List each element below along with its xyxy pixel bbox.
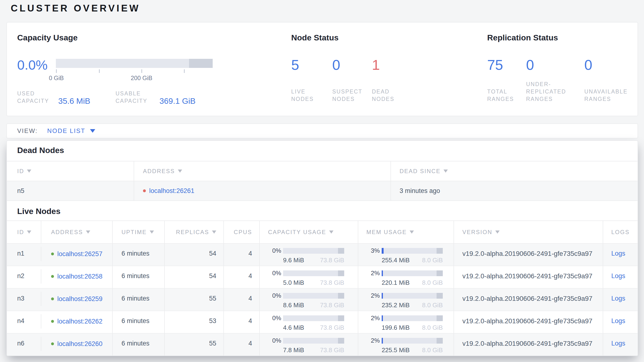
usage-used-value: 199.6 MiB (382, 324, 410, 331)
usage-bar (382, 248, 443, 254)
used-capacity-label: USED CAPACITY (17, 90, 53, 105)
node-link[interactable]: localhost:26258 (57, 273, 102, 280)
column-header-cpus[interactable]: CPUS (224, 221, 259, 243)
live-status-icon (51, 275, 54, 278)
usage-total-value: 73.8 GiB (320, 301, 344, 309)
sort-arrow-icon (178, 169, 182, 173)
usage-bar-tail (338, 270, 344, 276)
usage-bar-fill (382, 293, 383, 299)
cell-logs: Logs (603, 244, 638, 266)
replication-status-title: Replication Status (487, 33, 558, 42)
stat-label: TOTAL RANGES (487, 88, 525, 103)
usage-percent: 2% (358, 337, 380, 344)
cell-id: n1 (7, 244, 41, 266)
stat-label: UNDER-REPLICATED RANGES (526, 81, 575, 103)
cell-capacity-usage: 0% 9.6 MiB 73.8 GiB (259, 244, 358, 266)
page-title: CLUSTER OVERVIEW (11, 3, 140, 14)
usage-total-value: 8.0 GiB (422, 279, 443, 286)
usage-total-value: 73.8 GiB (320, 257, 344, 264)
dead-nodes-heading: Dead Nodes (7, 141, 638, 161)
table-row: n2 localhost:26258 6 minutes 54 4 0% 5.0… (7, 266, 638, 288)
stat-value: 0 (526, 58, 534, 72)
cell-cpus: 4 (224, 311, 259, 333)
capacity-axis: 0 GiB 200 GiB (56, 69, 213, 84)
usage-percent: 0% (260, 314, 281, 322)
column-header-id[interactable]: ID (7, 221, 41, 243)
cell-address: localhost:26261 (134, 181, 390, 200)
node-link[interactable]: localhost:26257 (57, 250, 102, 258)
cell-id: n6 (7, 333, 41, 355)
usage-total-value: 8.0 GiB (422, 346, 443, 354)
usage-percent: 3% (358, 247, 380, 254)
cell-id: n4 (7, 311, 41, 333)
node-link[interactable]: localhost:26260 (57, 340, 102, 348)
cell-address: localhost:26258 (41, 269, 112, 284)
live-status-icon (51, 320, 54, 323)
usage-used-value: 9.6 MiB (283, 257, 304, 264)
usage-total-value: 73.8 GiB (320, 279, 344, 286)
usage-bar-tail (436, 338, 443, 343)
used-capacity-value: 35.6 MiB (58, 96, 90, 106)
logs-link[interactable]: Logs (611, 272, 626, 279)
capacity-bar-tail (189, 59, 213, 68)
stat-label: UNAVAILABLE RANGES (584, 88, 640, 103)
capacity-bar (56, 59, 213, 68)
cell-logs: Logs (603, 333, 638, 355)
usage-percent: 0% (260, 247, 281, 254)
used-capacity-stat: USED CAPACITY 35.6 MiB (17, 90, 90, 105)
capacity-usage-title: Capacity Usage (17, 33, 78, 42)
cell-replicas: 55 (164, 333, 224, 355)
cell-uptime: 6 minutes (112, 333, 164, 355)
table-row: n4 localhost:26262 6 minutes 53 4 0% 4.6… (7, 311, 638, 333)
node-link[interactable]: localhost:26259 (57, 295, 102, 303)
table-row: n5 localhost:26261 3 minutes ago (7, 181, 638, 201)
usage-bar-tail (436, 248, 443, 254)
column-header-dead-since[interactable]: DEAD SINCE (390, 161, 638, 181)
cell-uptime: 6 minutes (112, 244, 164, 266)
cell-replicas: 53 (164, 311, 224, 333)
live-nodes-table-body: n1 localhost:26257 6 minutes 54 4 0% 9.6… (7, 243, 638, 355)
cell-id: n2 (7, 266, 41, 288)
stat-label: SUSPECT NODES (332, 88, 370, 103)
cell-cpus: 4 (224, 266, 259, 288)
axis-tick-label: 200 GiB (128, 75, 155, 82)
view-selector[interactable]: NODE LIST (47, 127, 96, 135)
cell-mem-usage: 2% 225.5 MiB 8.0 GiB (358, 333, 454, 355)
cell-capacity-usage: 0% 5.0 MiB 73.8 GiB (259, 266, 358, 288)
cell-address: localhost:26259 (41, 292, 112, 306)
column-header-address[interactable]: ADDRESS (134, 161, 390, 181)
usage-used-value: 255.4 MiB (382, 257, 410, 264)
usage-bar (283, 270, 344, 276)
column-header-id[interactable]: ID (7, 161, 134, 181)
column-header-address[interactable]: ADDRESS (41, 221, 112, 243)
view-bar: VIEW: NODE LIST (6, 123, 638, 138)
usage-bar-tail (436, 293, 443, 299)
column-header-uptime[interactable]: UPTIME (112, 221, 164, 243)
column-header-mem-usage[interactable]: MEM USAGE (358, 221, 454, 243)
logs-link[interactable]: Logs (611, 295, 626, 302)
column-header-version[interactable]: VERSION (454, 221, 603, 243)
logs-link[interactable]: Logs (611, 317, 626, 324)
cell-uptime: 6 minutes (112, 266, 164, 288)
usable-capacity-label: USABLE CAPACITY (116, 90, 154, 105)
cell-id: n3 (7, 289, 41, 311)
logs-link[interactable]: Logs (611, 340, 626, 347)
node-link[interactable]: localhost:26262 (57, 318, 102, 325)
usage-bar (382, 315, 443, 321)
stat-label: DEAD NODES (372, 88, 410, 103)
cell-uptime: 6 minutes (112, 289, 164, 311)
cell-capacity-usage: 0% 4.6 MiB 73.8 GiB (259, 311, 358, 333)
cell-mem-usage: 2% 235.2 MiB 8.0 GiB (358, 289, 454, 311)
usage-bar-fill (382, 248, 384, 254)
column-header-replicas[interactable]: REPLICAS (164, 221, 224, 243)
axis-tick (142, 69, 142, 73)
node-link[interactable]: localhost:26261 (149, 187, 194, 195)
usage-bar (283, 338, 344, 343)
column-header-capacity-usage[interactable]: CAPACITY USAGE (259, 221, 358, 243)
usage-bar-fill (382, 338, 383, 343)
cell-address: localhost:26257 (41, 247, 112, 261)
logs-link[interactable]: Logs (611, 250, 626, 257)
usable-capacity-value: 369.1 GiB (160, 96, 196, 106)
cell-address: localhost:26262 (41, 314, 112, 328)
live-status-icon (51, 342, 54, 345)
